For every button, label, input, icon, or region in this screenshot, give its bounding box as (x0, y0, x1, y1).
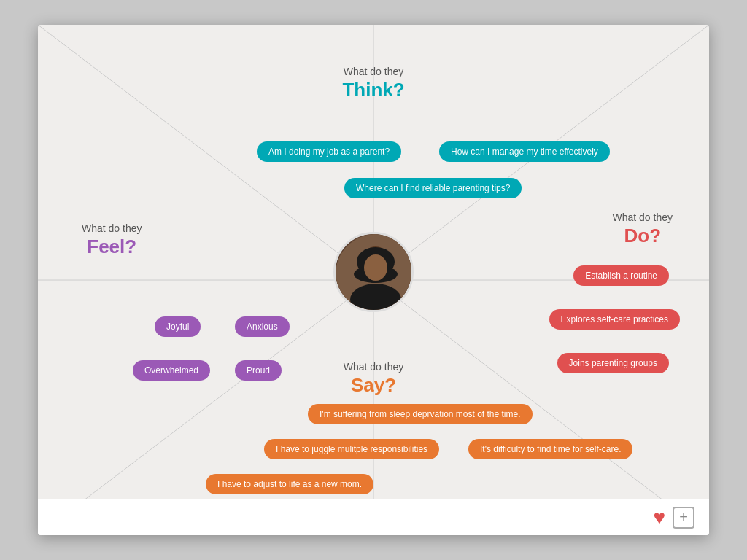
say-pill-1[interactable]: I'm suffering from sleep deprvation most… (308, 404, 533, 424)
feel-main-label: Feel? (82, 235, 142, 260)
empathy-map-canvas: What do they Think? What do they Feel? W… (38, 25, 709, 535)
do-pill-3[interactable]: Joins parenting groups (557, 353, 669, 373)
toolbar: ♥ + (38, 499, 709, 535)
do-pill-2[interactable]: Explores self-care practices (549, 309, 680, 330)
add-button[interactable]: + (673, 507, 694, 529)
think-main-label: Think? (342, 78, 404, 103)
do-main-label: Do? (613, 224, 673, 249)
do-section: What do they Do? (613, 211, 673, 249)
feel-pill-anxious[interactable]: Anxious (235, 316, 290, 337)
do-pill-1[interactable]: Establish a routine (573, 265, 669, 286)
do-sub-label: What do they (613, 211, 673, 224)
svg-point-8 (364, 254, 387, 281)
feel-pill-joyful[interactable]: Joyful (155, 316, 201, 337)
feel-section: What do they Feel? (82, 222, 142, 260)
think-section: What do they Think? (342, 65, 404, 103)
feel-pill-overwhelmed[interactable]: Overwhelmed (133, 360, 210, 381)
feel-sub-label: What do they (82, 222, 142, 235)
say-pill-3[interactable]: It's difficulty to find time for self-ca… (468, 439, 632, 459)
persona-avatar (333, 232, 414, 312)
say-section: What do they Say? (344, 360, 404, 398)
think-pill-3[interactable]: Where can I find reliable parenting tips… (344, 178, 522, 198)
think-sub-label: What do they (342, 65, 404, 78)
say-pill-4[interactable]: I have to adjust to life as a new mom. (206, 474, 374, 494)
say-pill-2[interactable]: I have to juggle mulitple responsibiliti… (264, 439, 439, 459)
say-main-label: Say? (344, 373, 404, 398)
heart-icon: ♥ (653, 506, 665, 529)
think-pill-1[interactable]: Am I doing my job as a parent? (257, 141, 401, 162)
say-sub-label: What do they (344, 360, 404, 373)
feel-pill-proud[interactable]: Proud (235, 360, 282, 381)
think-pill-2[interactable]: How can I manage my time effectively (439, 141, 610, 162)
